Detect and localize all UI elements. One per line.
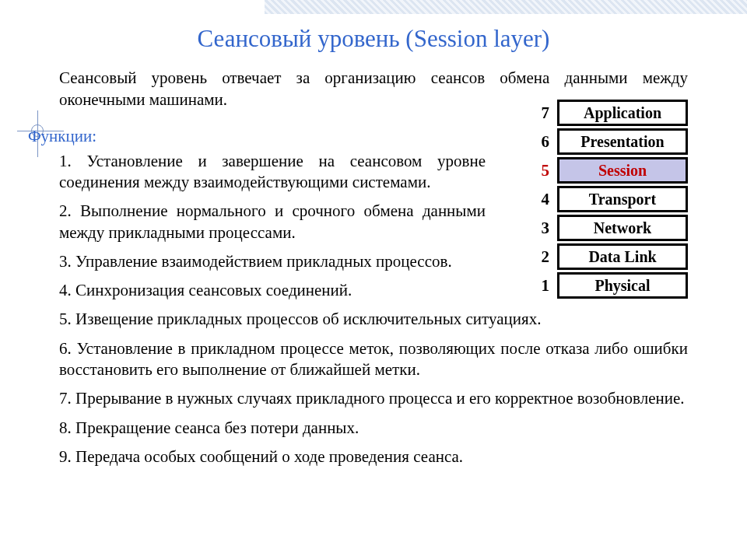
function-item: 8. Прекращение сеанса без потери данных. (59, 418, 688, 439)
osi-layer-application: Application (557, 100, 688, 126)
functions-heading: Функции: (28, 127, 688, 146)
function-item: 6. Установление в прикладном процессе ме… (59, 338, 688, 381)
osi-row: 7 Application (534, 100, 688, 126)
function-item: 2. Выполнение нормального и срочного обм… (59, 201, 688, 243)
osi-number: 7 (534, 103, 549, 123)
function-item: 4. Синхронизация сеансовых соединений. (59, 280, 688, 301)
slide-body: Сеансовый уровень отвечает за организаци… (0, 67, 747, 467)
top-border-pattern (265, 0, 747, 14)
function-item: 3. Управление взаимодействием прикладных… (59, 251, 688, 272)
function-item: 5. Извещение прикладных процессов об иск… (59, 309, 688, 330)
function-item: 9. Передача особых сообщений о ходе пров… (59, 446, 688, 467)
function-item: 7. Прерывание в нужных случаях прикладно… (59, 388, 688, 409)
functions-list: 1. Установление и завершение на сеансово… (59, 151, 688, 468)
function-item: 1. Установление и завершение на сеансово… (59, 151, 688, 194)
